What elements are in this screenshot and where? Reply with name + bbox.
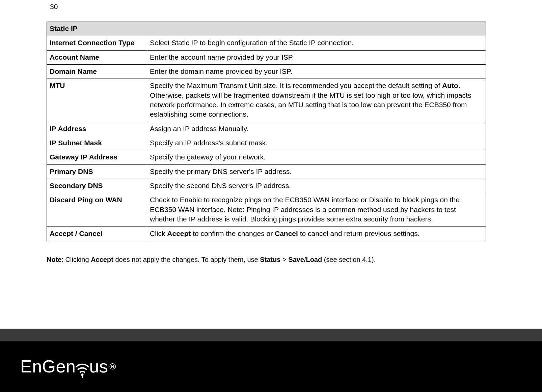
row-desc: Enter the account name provided by your … bbox=[147, 50, 486, 64]
row-label: Internet Connection Type bbox=[47, 36, 147, 50]
table-row: Secondary DNSSpecify the second DNS serv… bbox=[47, 179, 486, 193]
note-text: Note: Clicking Accept does not apply the… bbox=[47, 255, 486, 264]
row-desc: Select Static IP to begin configuration … bbox=[147, 36, 486, 50]
row-label: Domain Name bbox=[47, 65, 147, 79]
row-label: Secondary DNS bbox=[47, 179, 147, 193]
table-row: Internet Connection TypeSelect Static IP… bbox=[47, 36, 486, 50]
row-desc: Enter the domain name provided by your I… bbox=[147, 65, 486, 79]
table-row: Account NameEnter the account name provi… bbox=[47, 50, 486, 64]
row-desc: Specify the second DNS server's IP addre… bbox=[147, 179, 486, 193]
brand-text-part1: EnGen bbox=[20, 356, 76, 376]
footer: EnGen us® bbox=[0, 329, 542, 392]
svg-rect-1 bbox=[82, 373, 83, 378]
content-area: Static IP Internet Connection TypeSelect… bbox=[47, 22, 486, 264]
row-label: Discard Ping on WAN bbox=[47, 193, 147, 227]
table-row: Discard Ping on WANCheck to Enable to re… bbox=[47, 193, 486, 227]
footer-bar-top bbox=[0, 329, 542, 341]
row-label: Primary DNS bbox=[47, 164, 147, 179]
static-ip-table: Static IP Internet Connection TypeSelect… bbox=[47, 22, 486, 241]
table-row: IP Subnet MaskSpecify an IP address's su… bbox=[47, 136, 486, 150]
table-row: Domain NameEnter the domain name provide… bbox=[47, 65, 486, 79]
row-desc: Specify the gateway of your network. bbox=[147, 150, 486, 164]
table-row: Accept / CancelClick Accept to confirm t… bbox=[47, 227, 486, 241]
row-label: Account Name bbox=[47, 50, 147, 64]
row-desc: Specify an IP address's subnet mask. bbox=[147, 136, 486, 150]
row-label: IP Subnet Mask bbox=[47, 136, 147, 150]
table-row: IP AddressAssign an IP address Manually. bbox=[47, 122, 486, 136]
brand-logo: EnGen us® bbox=[20, 356, 116, 376]
row-label: Accept / Cancel bbox=[47, 227, 147, 241]
row-label: Gateway IP Address bbox=[47, 150, 147, 164]
footer-bar-bottom: EnGen us® bbox=[0, 341, 542, 392]
page-number: 30 bbox=[50, 3, 58, 11]
wifi-icon bbox=[74, 357, 90, 376]
table-row: Gateway IP AddressSpecify the gateway of… bbox=[47, 150, 486, 164]
table-header: Static IP bbox=[47, 22, 486, 36]
table-row: Primary DNSSpecify the primary DNS serve… bbox=[47, 164, 486, 179]
row-desc: Specify the primary DNS server's IP addr… bbox=[147, 164, 486, 179]
row-label: IP Address bbox=[47, 122, 147, 136]
row-desc: Click Accept to confirm the changes or C… bbox=[147, 227, 486, 241]
row-label: MTU bbox=[47, 79, 147, 122]
brand-text-part2: us bbox=[89, 356, 108, 376]
row-desc: Specify the Maximum Transmit Unit size. … bbox=[147, 79, 486, 122]
reg-mark-icon: ® bbox=[109, 361, 116, 372]
row-desc: Check to Enable to recognize pings on th… bbox=[147, 193, 486, 227]
table-row: MTUSpecify the Maximum Transmit Unit siz… bbox=[47, 79, 486, 122]
row-desc: Assign an IP address Manually. bbox=[147, 122, 486, 136]
table-header-row: Static IP bbox=[47, 22, 486, 36]
